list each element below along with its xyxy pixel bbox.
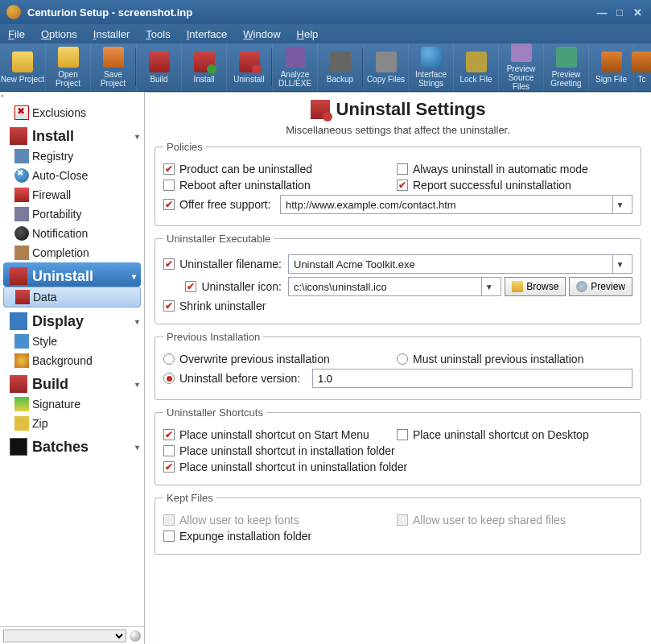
- sidebar-item-completion[interactable]: Completion: [0, 243, 144, 262]
- zip-icon: [14, 416, 29, 431]
- tool-save-project[interactable]: Save Project: [90, 43, 135, 91]
- chk-shortcut-install-folder[interactable]: Place uninstall shortcut in installation…: [163, 444, 395, 457]
- radio-overwrite[interactable]: Overwrite previous installation: [163, 353, 330, 365]
- sidebar-search: [0, 626, 144, 644]
- analyze-icon: [285, 47, 306, 68]
- collapse-icon[interactable]: ▾: [135, 317, 139, 326]
- free-support-url-combo[interactable]: http://www.example.com/contact.htm▼: [280, 195, 632, 214]
- chk-can-uninstall[interactable]: Product can be uninstalled: [163, 163, 312, 175]
- tool-install[interactable]: Install: [181, 43, 226, 91]
- radio-icon: [163, 353, 175, 365]
- chk-reboot[interactable]: Reboot after uninstallation: [163, 179, 311, 192]
- tool-build[interactable]: Build: [136, 43, 181, 91]
- tool-uninstall[interactable]: Uninstall: [226, 43, 271, 91]
- display-section-icon: [10, 312, 27, 330]
- sidebar-head-display[interactable]: Display▾: [0, 308, 144, 332]
- sidebar-search-select[interactable]: [3, 630, 126, 642]
- tool-preview-greeting[interactable]: Preview Greeting: [543, 43, 588, 91]
- collapse-icon[interactable]: ▾: [135, 380, 139, 389]
- chevron-down-icon: ▼: [481, 278, 496, 295]
- sidebar-item-autoclose[interactable]: Auto-Close: [0, 166, 144, 185]
- tool-preview-source[interactable]: Preview Source Files: [498, 43, 543, 91]
- chk-keep-shared: Allow user to keep shared files: [397, 514, 566, 526]
- collapse-icon[interactable]: ▾: [135, 132, 139, 141]
- sidebar-item-style[interactable]: Style: [0, 332, 144, 351]
- sidebar-item-portability[interactable]: Portability: [0, 204, 144, 224]
- tool-sign-file[interactable]: Sign File: [588, 43, 633, 91]
- sidebar-item-firewall[interactable]: Firewall: [0, 185, 144, 204]
- sidebar-head-batches[interactable]: Batches▾: [0, 433, 144, 457]
- chk-shortcut-start[interactable]: Place uninstall shortcut on Start Menu: [163, 428, 369, 441]
- checkbox-icon: [397, 514, 408, 526]
- tool-lock-file[interactable]: Lock File: [453, 43, 498, 91]
- maximize-button[interactable]: □: [612, 6, 627, 19]
- sidebar-item-signature[interactable]: Signature: [0, 394, 144, 414]
- collapse-icon[interactable]: ▾: [132, 272, 136, 281]
- checkbox-icon: [163, 258, 175, 270]
- folder-icon: [512, 281, 523, 292]
- menu-tools[interactable]: Tools: [146, 28, 170, 40]
- filename-combo[interactable]: Uninstall Acme Toolkit.exe▼: [288, 254, 632, 274]
- browse-button[interactable]: Browse: [505, 277, 566, 296]
- tool-interface-strings[interactable]: Interface Strings: [408, 43, 453, 91]
- tool-open-project[interactable]: Open Project: [45, 43, 90, 91]
- chk-shortcut-uninstall-folder[interactable]: Place uninstall shortcut in uninstallati…: [163, 460, 407, 473]
- checkbox-icon: [163, 300, 175, 312]
- menu-file[interactable]: File: [8, 28, 25, 40]
- radio-must-uninstall[interactable]: Must uninstall previous installation: [397, 353, 583, 365]
- install-section-icon: [10, 127, 27, 145]
- sidebar-item-data[interactable]: Data: [3, 287, 141, 308]
- chk-icon[interactable]: Uninstaller icon:: [163, 280, 288, 293]
- tool-copy-files[interactable]: Copy Files: [363, 43, 408, 91]
- preview-button[interactable]: Preview: [569, 277, 632, 296]
- sidebar-item-notification[interactable]: Notification: [0, 224, 144, 243]
- lock-file-icon: [466, 52, 487, 72]
- menu-installer[interactable]: Installer: [93, 28, 130, 40]
- sidebar-item-exclusions[interactable]: Exclusions: [0, 103, 144, 122]
- menu-interface[interactable]: Interface: [187, 28, 228, 40]
- sidebar-head-uninstall[interactable]: Uninstall▾: [3, 262, 141, 287]
- tool-new-project[interactable]: New Project: [0, 43, 45, 91]
- title-bar: Centurion Setup - screenshot.inp — □ ✕: [0, 0, 651, 24]
- search-icon[interactable]: [130, 630, 141, 642]
- before-version-input[interactable]: [312, 369, 632, 388]
- menu-window[interactable]: Window: [243, 28, 280, 40]
- collapse-icon[interactable]: ▾: [135, 443, 139, 452]
- chk-expunge[interactable]: Expunge installation folder: [163, 530, 311, 543]
- checkbox-icon: [163, 163, 175, 175]
- new-project-icon: [12, 52, 33, 72]
- firewall-icon: [14, 188, 29, 202]
- chk-shortcut-desktop[interactable]: Place uninstall shortcut on Desktop: [397, 428, 589, 441]
- build-icon: [149, 52, 170, 72]
- page-title-icon: [311, 100, 330, 119]
- sidebar-item-registry[interactable]: Registry: [0, 147, 144, 166]
- menu-options[interactable]: Options: [41, 28, 77, 40]
- radio-icon: [397, 353, 408, 365]
- sidebar-collapse-chevron[interactable]: «: [0, 92, 5, 100]
- chk-free-support[interactable]: Offer free support:: [163, 198, 280, 211]
- chk-filename[interactable]: Uninstaller filename:: [163, 258, 288, 270]
- chk-auto-mode[interactable]: Always uninstall in automatic mode: [397, 163, 588, 175]
- sidebar-item-background[interactable]: Background: [0, 351, 144, 370]
- app-icon: [6, 5, 21, 19]
- sidebar-head-build[interactable]: Build▾: [0, 370, 144, 394]
- page-subtitle: Miscellaneous settings that affect the u…: [155, 124, 641, 136]
- tool-analyze[interactable]: Analyze DLL/EXE: [272, 43, 317, 91]
- minimize-button[interactable]: —: [595, 6, 609, 19]
- checkbox-icon: [185, 281, 196, 292]
- completion-icon: [14, 246, 29, 260]
- checkbox-icon: [163, 199, 175, 210]
- icon-path-combo[interactable]: c:\icons\uninstall.ico▼: [288, 277, 501, 296]
- radio-before-version[interactable]: Uninstall before version:: [163, 372, 312, 385]
- save-project-icon: [103, 47, 124, 68]
- tool-backup[interactable]: Backup: [317, 43, 362, 91]
- menu-help[interactable]: Help: [297, 28, 319, 40]
- chk-shrink[interactable]: Shrink uninstaller: [163, 299, 266, 312]
- close-button[interactable]: ✕: [630, 6, 645, 19]
- sidebar-head-install[interactable]: Install▾: [0, 122, 144, 147]
- sidebar-item-zip[interactable]: Zip: [0, 414, 144, 433]
- portability-icon: [14, 207, 29, 221]
- tool-overflow[interactable]: Tc: [633, 43, 649, 91]
- checkbox-icon: [397, 163, 408, 175]
- chk-report[interactable]: Report successful uninstallation: [397, 179, 571, 192]
